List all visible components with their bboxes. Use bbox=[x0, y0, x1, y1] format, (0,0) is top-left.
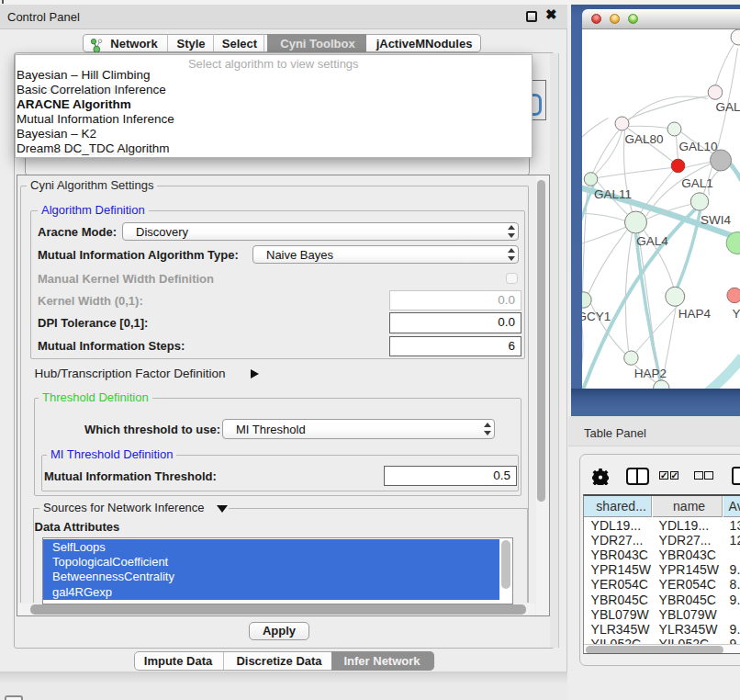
svg-text:GCY1: GCY1 bbox=[582, 309, 611, 322]
svg-text:YJ: YJ bbox=[732, 307, 740, 321]
svg-text:GAL10: GAL10 bbox=[678, 139, 717, 152]
svg-text:HAP2: HAP2 bbox=[633, 366, 666, 379]
svg-text:GAL11: GAL11 bbox=[593, 187, 631, 201]
svg-text:SWI4: SWI4 bbox=[700, 212, 730, 226]
svg-text:GAL80: GAL80 bbox=[624, 132, 663, 146]
svg-text:HAP4: HAP4 bbox=[678, 307, 711, 321]
svg-text:GAL1: GAL1 bbox=[681, 176, 713, 190]
svg-text:GAL7: GAL7 bbox=[715, 99, 740, 113]
svg-text:GAL4: GAL4 bbox=[636, 234, 668, 248]
